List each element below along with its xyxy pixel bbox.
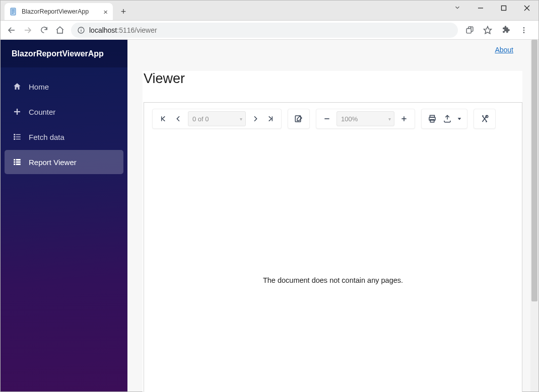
- url-path: /viewer: [134, 26, 157, 34]
- sidebar-item-fetchdata[interactable]: Fetch data: [5, 125, 123, 149]
- browser-tabstrip: BlazorReportViewerApp × +: [1, 1, 538, 21]
- highlight-fields-button[interactable]: [291, 111, 306, 126]
- svg-point-17: [523, 29, 525, 31]
- pager-group: 0 of 0 ▾: [152, 109, 282, 129]
- sidebar: BlazorReportViewerApp Home Counter: [1, 40, 127, 391]
- toolbar-right-icons: [461, 23, 532, 38]
- prev-page-button[interactable]: [171, 111, 186, 126]
- content: Viewer 0 of 0 ▾: [143, 71, 522, 392]
- window-controls: [469, 1, 538, 17]
- empty-document-message: The document does not contain any pages.: [144, 276, 522, 284]
- tab-close-icon[interactable]: ×: [103, 8, 108, 16]
- plus-icon: [13, 107, 22, 116]
- svg-marker-15: [484, 26, 492, 33]
- svg-rect-24: [16, 136, 21, 137]
- zoom-out-button[interactable]: [319, 111, 334, 126]
- page-area: BlazorReportViewerApp Home Counter: [1, 40, 538, 391]
- about-link[interactable]: About: [495, 46, 513, 54]
- browser-window: BlazorReportViewerApp × +: [0, 0, 539, 392]
- browser-menu-icon[interactable]: [515, 23, 532, 38]
- svg-rect-25: [14, 138, 15, 140]
- zoom-value: 100%: [341, 115, 358, 123]
- nav-home-button[interactable]: [52, 22, 68, 38]
- zoom-group: 100% ▾: [316, 109, 415, 129]
- zoom-in-button[interactable]: [396, 111, 412, 126]
- report-icon: [13, 158, 22, 167]
- sidebar-item-report-viewer[interactable]: Report Viewer: [5, 150, 123, 174]
- caret-down-icon: ▾: [240, 116, 242, 122]
- caret-down-icon: ▾: [388, 116, 391, 122]
- page-title: Viewer: [144, 71, 522, 87]
- url-host: localhost: [89, 26, 117, 34]
- list-icon: [13, 132, 22, 141]
- svg-point-43: [486, 115, 488, 118]
- svg-point-13: [81, 28, 81, 29]
- page-scrollbar[interactable]: [530, 40, 538, 391]
- sidebar-item-label: Home: [29, 83, 49, 91]
- svg-marker-42: [458, 118, 461, 120]
- svg-point-16: [523, 27, 525, 29]
- sidebar-item-label: Counter: [29, 108, 55, 116]
- export-group: [421, 109, 467, 129]
- search-button[interactable]: [477, 111, 492, 126]
- window-close-button[interactable]: [515, 1, 538, 16]
- scrollbar-thumb[interactable]: [531, 40, 537, 301]
- svg-rect-6: [502, 6, 506, 11]
- svg-point-18: [523, 32, 525, 33]
- window-minimize-button[interactable]: [469, 1, 492, 16]
- last-page-button[interactable]: [263, 111, 278, 126]
- svg-rect-31: [14, 164, 15, 165]
- edit-group: [288, 109, 310, 129]
- topbar: About: [127, 40, 530, 60]
- first-page-button[interactable]: [156, 111, 171, 126]
- extensions-icon[interactable]: [497, 23, 514, 38]
- svg-rect-29: [14, 162, 15, 163]
- svg-rect-30: [16, 162, 21, 163]
- address-bar[interactable]: localhost:5116/viewer: [71, 23, 458, 38]
- export-button[interactable]: [440, 111, 455, 126]
- next-page-button[interactable]: [248, 111, 263, 126]
- sidebar-item-counter[interactable]: Counter: [5, 100, 123, 124]
- tab-favicon: [10, 8, 18, 16]
- sidebar-nav: Home Counter Fetch data: [1, 67, 127, 174]
- svg-rect-27: [14, 159, 15, 161]
- nav-reload-button[interactable]: [36, 22, 52, 38]
- svg-rect-22: [16, 134, 21, 135]
- nav-forward-button[interactable]: [20, 22, 36, 38]
- tabs-overflow-icon[interactable]: [454, 4, 461, 11]
- zoom-select[interactable]: 100% ▾: [336, 111, 394, 126]
- url-port: :5116: [117, 26, 134, 34]
- export-caret-icon[interactable]: [455, 111, 464, 126]
- svg-rect-23: [14, 136, 15, 138]
- browser-tab[interactable]: BlazorReportViewerApp ×: [5, 3, 113, 20]
- nav-back-button[interactable]: [4, 22, 20, 38]
- window-maximize-button[interactable]: [492, 1, 515, 16]
- app-brand: BlazorReportViewerApp: [1, 40, 127, 67]
- share-icon[interactable]: [461, 23, 478, 38]
- svg-rect-14: [466, 29, 471, 33]
- tab-title: BlazorReportViewerApp: [22, 8, 89, 15]
- new-tab-button[interactable]: +: [116, 4, 131, 19]
- url-text: localhost:5116/viewer: [89, 26, 157, 34]
- page-number-select[interactable]: 0 of 0 ▾: [188, 111, 246, 126]
- sidebar-item-home[interactable]: Home: [5, 74, 123, 99]
- page-number-value: 0 of 0: [192, 115, 209, 123]
- print-button[interactable]: [425, 111, 440, 126]
- sidebar-item-label: Fetch data: [29, 133, 64, 141]
- sidebar-item-label: Report Viewer: [29, 158, 77, 167]
- home-icon: [13, 82, 22, 91]
- svg-rect-28: [16, 159, 21, 161]
- svg-rect-32: [16, 164, 21, 165]
- main-area: About Viewer 0 of: [127, 40, 538, 391]
- viewer-toolbar: 0 of 0 ▾: [144, 103, 522, 135]
- svg-rect-21: [14, 134, 15, 135]
- search-group: [474, 109, 496, 129]
- site-info-icon[interactable]: [77, 26, 85, 34]
- browser-toolbar: localhost:5116/viewer: [1, 21, 538, 40]
- report-viewer: 0 of 0 ▾: [144, 102, 522, 392]
- bookmark-star-icon[interactable]: [479, 23, 496, 38]
- svg-rect-0: [11, 8, 16, 15]
- svg-rect-26: [16, 139, 21, 140]
